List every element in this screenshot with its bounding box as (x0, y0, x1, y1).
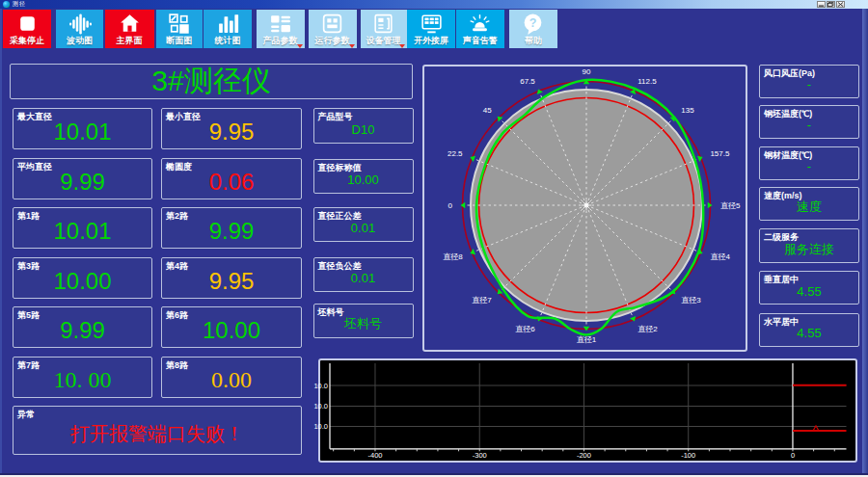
restore-button[interactable] (827, 1, 835, 8)
stat-value: 9.99 (14, 307, 151, 347)
svg-text:112.5: 112.5 (637, 77, 657, 86)
stat-value: 10.01 (14, 109, 151, 148)
toolbar-button-label: 断面图 (156, 37, 203, 45)
toolbar-button-label: 主界面 (105, 37, 154, 45)
toolbar-button-device-manage[interactable]: 设备管理 (361, 10, 407, 48)
sidebar-value: 服务连接 (760, 229, 858, 262)
stat-value: 9.99 (14, 159, 151, 199)
svg-text:10.0: 10.0 (313, 382, 328, 390)
product-value: 0.01 (314, 208, 413, 241)
stat-box-path3: 第3路 10.00 (13, 257, 152, 299)
external-screen-icon (407, 11, 455, 36)
bar-chart-icon (203, 11, 252, 36)
product-box-product-model: 产品型号 D10 (313, 108, 414, 144)
stat-box-min-diameter: 最小直径 9.95 (161, 108, 302, 149)
stat-box-path8: 第8路 0.00 (161, 357, 302, 398)
sidebar-box-horizontal-centering: 水平居中 4.55 (759, 313, 859, 348)
product-box-negative-tolerance: 直径负公差 0.01 (313, 257, 414, 292)
close-button[interactable] (836, 1, 845, 8)
device-manage-icon (361, 11, 407, 36)
product-value: 10.00 (314, 160, 413, 194)
sidebar-value: - (760, 147, 858, 179)
sidebar-box-speed: 速度(m/s) 速度 (759, 187, 859, 221)
svg-text:90: 90 (583, 67, 591, 76)
svg-text:10.0: 10.0 (313, 422, 328, 431)
dropdown-arrow-icon (399, 44, 405, 48)
stat-value: 0.00 (162, 358, 301, 397)
gauge-title-box: 3#测径仪 (10, 64, 413, 99)
toolbar-button-label: 开外接屏 (407, 37, 455, 45)
svg-text:10.0: 10.0 (313, 402, 328, 411)
stat-value: 10. 00 (14, 358, 151, 397)
toolbar-button-label: 采集停止 (3, 37, 51, 45)
alarm-message: 打开报警端口失败！ (14, 407, 301, 454)
sidebar-box-air-pressure: 风口风压(Pa) - (759, 65, 859, 98)
sidebar-value: 4.55 (760, 314, 858, 347)
svg-text:-200: -200 (577, 451, 591, 460)
svg-text:67.5: 67.5 (520, 77, 535, 86)
svg-text:0: 0 (791, 451, 795, 460)
svg-text:直径4: 直径4 (710, 252, 730, 261)
product-params-icon (257, 11, 305, 36)
svg-text:直径8: 直径8 (443, 252, 463, 261)
app-icon (3, 1, 10, 8)
sidebar-value: 4.55 (760, 272, 858, 304)
stat-box-path2: 第2路 9.99 (161, 207, 302, 249)
toolbar-button-label: 声音告警 (456, 37, 505, 45)
minimize-button[interactable] (817, 1, 826, 8)
toolbar-button-stop[interactable]: 采集停止 (3, 10, 51, 48)
toolbar-button-label: 帮助 (509, 37, 558, 45)
sidebar-value: 速度 (760, 188, 858, 220)
cross-section-icon (156, 11, 203, 36)
product-value: D10 (314, 109, 413, 143)
stat-value: 10.00 (14, 258, 151, 298)
alarm-box: 异常 打开报警端口失败！ (13, 406, 302, 455)
stat-box-path1: 第1路 10.01 (13, 207, 152, 249)
svg-text:-100: -100 (681, 451, 695, 460)
toolbar-button-label: 波动图 (56, 37, 103, 45)
stat-value: 9.95 (162, 258, 301, 298)
stat-box-avg-diameter: 平均直径 9.99 (13, 158, 152, 199)
strip-chart-svg: 10.010.010.0-400-300-200-1000 (320, 360, 855, 461)
toolbar-button-waveform[interactable]: 波动图 (56, 10, 103, 48)
dropdown-arrow-icon (297, 44, 303, 48)
toolbar-button-siren[interactable]: 声音告警 (456, 10, 505, 48)
product-box-positive-tolerance: 直径正公差 0.01 (313, 207, 414, 242)
product-box-nominal-diameter: 直径标称值 10.00 (313, 159, 414, 195)
run-params-icon (309, 11, 357, 36)
window-title: 测径 (13, 1, 26, 8)
toolbar-button-home[interactable]: 主界面 (105, 10, 154, 48)
toolbar-button-product-params[interactable]: 产品参数 (257, 10, 305, 48)
trend-strip-chart: 10.010.010.0-400-300-200-1000 (318, 358, 857, 463)
stat-box-path6: 第6路 10.00 (161, 306, 302, 348)
svg-text:直径2: 直径2 (637, 325, 658, 333)
svg-text:直径7: 直径7 (472, 296, 492, 305)
svg-text:45: 45 (483, 106, 492, 115)
sidebar-box-vertical-centering: 垂直居中 4.55 (759, 271, 859, 305)
svg-text:直径6: 直径6 (515, 325, 535, 333)
gauge-title: 3#测径仪 (11, 65, 412, 98)
toolbar-button-help[interactable]: ? 帮助 (509, 10, 558, 48)
home-icon (105, 11, 154, 36)
svg-text:-400: -400 (367, 451, 382, 460)
stat-box-max-diameter: 最大直径 10.01 (13, 108, 152, 149)
product-value: 坯料号 (314, 305, 413, 337)
sidebar-box-steel-temperature: 钢材温度(℃) - (759, 146, 859, 180)
svg-text:直径3: 直径3 (681, 296, 701, 305)
svg-text:22.5: 22.5 (448, 149, 463, 158)
window-titlebar: 测径 (0, 0, 868, 9)
toolbar-button-run-params[interactable]: 运行参数 (309, 10, 357, 48)
toolbar-button-cross-section[interactable]: 断面图 (156, 10, 203, 48)
toolbar-button-label: 统计图 (203, 37, 252, 45)
stat-value: 9.99 (162, 208, 301, 248)
toolbar-button-external-screen[interactable]: 开外接屏 (407, 10, 455, 48)
svg-text:-300: -300 (473, 451, 487, 460)
svg-text:直径5: 直径5 (720, 201, 741, 210)
sidebar-value: - (760, 66, 858, 97)
stat-box-path5: 第5路 9.99 (13, 306, 152, 348)
window-right-edge (862, 9, 868, 474)
stat-box-ovality: 椭圆度 0.06 (161, 158, 302, 199)
svg-text:?: ? (529, 15, 537, 29)
help-icon: ? (509, 11, 558, 36)
toolbar-button-bar-chart[interactable]: 统计图 (203, 10, 252, 48)
